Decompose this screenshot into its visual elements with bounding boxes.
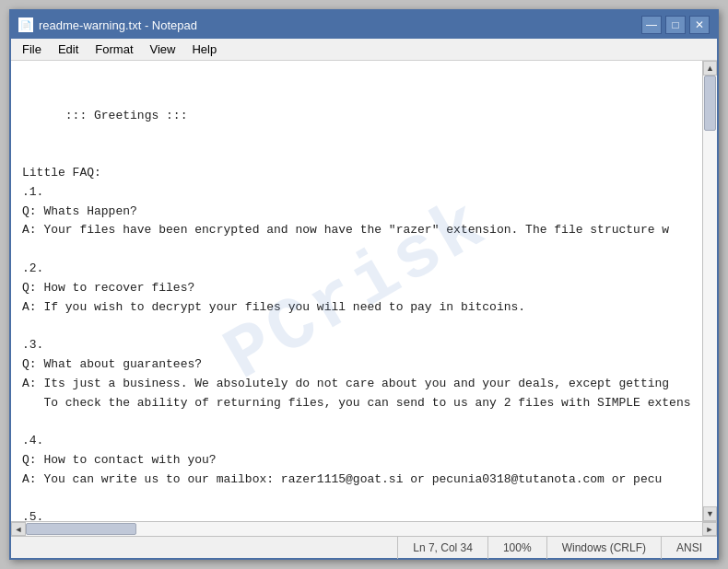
title-bar: 📄 readme-warning.txt - Notepad — □ ✕ (11, 11, 717, 39)
menu-format[interactable]: Format (88, 41, 140, 58)
maximize-button[interactable]: □ (665, 16, 686, 34)
scroll-left-arrow[interactable]: ◄ (11, 522, 26, 536)
horizontal-scrollbar[interactable]: ◄ ► (11, 521, 717, 536)
scroll-thumb-v[interactable] (704, 75, 716, 131)
menu-help[interactable]: Help (184, 41, 224, 58)
vertical-scrollbar[interactable]: ▲ ▼ (702, 61, 717, 521)
minimize-button[interactable]: — (641, 16, 662, 34)
menu-view[interactable]: View (143, 41, 183, 58)
status-bar: Ln 7, Col 34 100% Windows (CRLF) ANSI (11, 536, 717, 558)
encoding: ANSI (661, 537, 717, 559)
window-title: readme-warning.txt - Notepad (39, 18, 197, 32)
cursor-position: Ln 7, Col 34 (397, 537, 487, 559)
content-area: PCrisk ::: Greetings ::: Little FAQ: .1.… (11, 61, 717, 521)
scroll-thumb-h[interactable] (26, 523, 136, 535)
close-button[interactable]: ✕ (689, 16, 710, 34)
scroll-up-arrow[interactable]: ▲ (703, 61, 717, 75)
zoom-level: 100% (487, 537, 546, 559)
scroll-right-arrow[interactable]: ► (702, 522, 717, 536)
notepad-window: 📄 readme-warning.txt - Notepad — □ ✕ Fil… (9, 9, 719, 560)
menu-file[interactable]: File (15, 41, 49, 58)
scroll-down-arrow[interactable]: ▼ (703, 506, 717, 521)
bottom-area: ◄ ► Ln 7, Col 34 100% Windows (CRLF) ANS… (11, 521, 717, 558)
text-editor[interactable]: PCrisk ::: Greetings ::: Little FAQ: .1.… (11, 61, 702, 521)
menu-edit[interactable]: Edit (51, 41, 86, 58)
scroll-track-v[interactable] (703, 75, 717, 506)
scroll-track-h[interactable] (26, 522, 702, 536)
menu-bar: File Edit Format View Help (11, 39, 717, 61)
title-bar-left: 📄 readme-warning.txt - Notepad (18, 17, 197, 32)
status-sections: Ln 7, Col 34 100% Windows (CRLF) ANSI (397, 537, 717, 559)
line-ending: Windows (CRLF) (546, 537, 661, 559)
app-icon: 📄 (18, 17, 33, 32)
editor-content: ::: Greetings ::: Little FAQ: .1. Q: Wha… (22, 109, 691, 521)
title-controls: — □ ✕ (641, 16, 710, 34)
